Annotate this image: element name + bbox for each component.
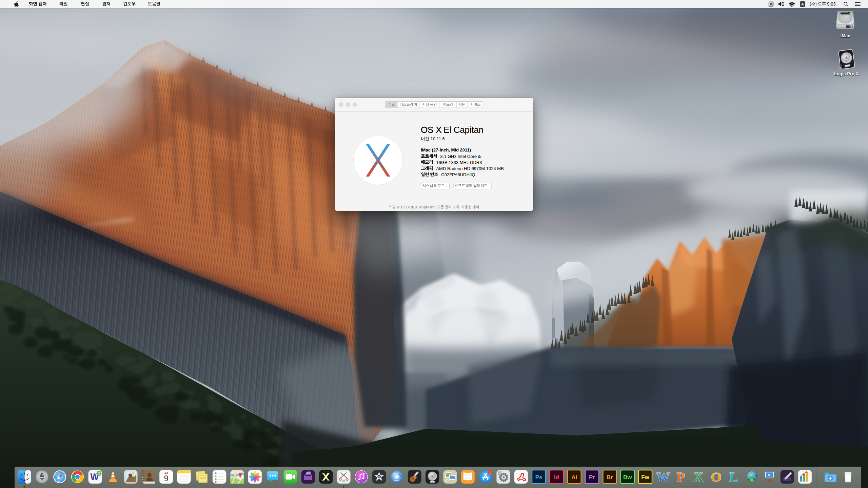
svg-text:Ps: Ps (535, 474, 542, 481)
svg-text:Ai: Ai (571, 474, 577, 481)
svg-text:Br: Br (607, 474, 613, 481)
svg-text:X: X (694, 469, 704, 485)
svg-text:Dw: Dw (623, 474, 632, 481)
svg-text:Pr: Pr (589, 474, 595, 481)
svg-text:K: K (768, 473, 771, 477)
svg-text:Id: Id (554, 474, 559, 481)
svg-text:iMac (27-inch, Mid 2011): iMac (27-inch, Mid 2011) (421, 147, 471, 152)
svg-text:A: A (801, 2, 804, 6)
svg-text:9: 9 (164, 474, 168, 483)
svg-text:W: W (656, 469, 670, 485)
svg-text:16GB 1333 MHz DDR3: 16GB 1333 MHz DDR3 (436, 160, 482, 165)
svg-text:P: P (676, 469, 685, 485)
svg-text:O: O (711, 469, 722, 485)
svg-text:El Capitan: El Capitan (443, 125, 484, 135)
svg-text:1: 1 (489, 471, 491, 474)
svg-text:C02FPA8UDHJQ: C02FPA8UDHJQ (441, 172, 475, 177)
svg-text:10.11.6: 10.11.6 (430, 136, 445, 141)
svg-text:Fw: Fw (641, 474, 649, 481)
svg-text:OS X: OS X (421, 125, 441, 135)
svg-text:L: L (729, 469, 738, 485)
svg-text:AMD Radeon HD 6970M 1024 MB: AMD Radeon HD 6970M 1024 MB (436, 166, 504, 171)
svg-text:3.1 GHz Intel Core i5: 3.1 GHz Intel Core i5 (440, 154, 481, 159)
